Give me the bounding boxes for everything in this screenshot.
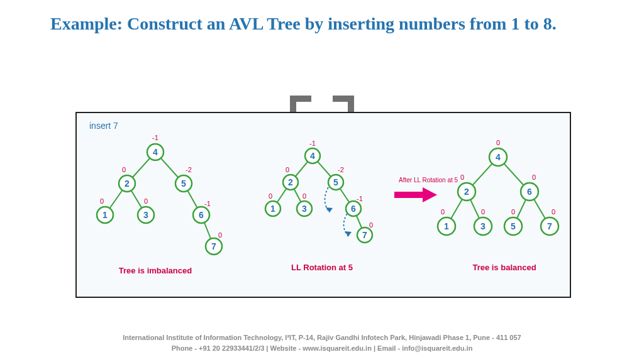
svg-text:2: 2	[288, 177, 293, 187]
svg-text:5: 5	[511, 221, 516, 231]
svg-text:2: 2	[125, 178, 130, 189]
svg-text:-2: -2	[186, 166, 192, 173]
footer-line-2: Phone - +91 20 22933441/2/3 | Website - …	[0, 343, 644, 354]
svg-text:0: 0	[369, 221, 373, 229]
svg-text:6: 6	[199, 210, 204, 220]
svg-text:0: 0	[532, 173, 536, 181]
svg-text:0: 0	[441, 208, 445, 216]
footer: International Institute of Information T…	[0, 332, 644, 353]
svg-text:6: 6	[527, 187, 532, 197]
tree-imbalanced: 4-1 20 5-2 10 30 6-1 70 Tree is imbalanc…	[83, 132, 240, 292]
svg-text:3: 3	[480, 221, 486, 231]
svg-text:5: 5	[333, 177, 338, 187]
svg-text:0: 0	[552, 208, 555, 216]
svg-text:3: 3	[143, 210, 148, 220]
svg-text:-2: -2	[338, 166, 344, 173]
svg-text:0: 0	[144, 197, 148, 205]
svg-text:4: 4	[153, 147, 158, 157]
svg-text:0: 0	[481, 208, 485, 216]
svg-text:0: 0	[303, 192, 306, 200]
tree-balanced: 40 20 60 10 30 50 70 Tree is balanced	[429, 138, 570, 292]
svg-text:0: 0	[511, 208, 515, 216]
svg-text:4: 4	[310, 151, 315, 161]
tree1-caption: Tree is imbalanced	[119, 266, 192, 275]
slide-title: Example: Construct an AVL Tree by insert…	[50, 13, 606, 35]
svg-text:6: 6	[351, 204, 356, 214]
svg-text:0: 0	[269, 192, 272, 200]
svg-marker-33	[326, 207, 333, 212]
svg-text:-1: -1	[152, 134, 158, 141]
svg-text:1: 1	[270, 204, 275, 214]
footer-line-1: International Institute of Information T…	[0, 332, 644, 343]
tree3-caption: Tree is balanced	[472, 263, 536, 272]
insert-label: insert 7	[89, 121, 118, 131]
svg-text:0: 0	[100, 197, 104, 205]
svg-text:0: 0	[496, 139, 500, 146]
svg-marker-34	[345, 231, 352, 236]
svg-text:-1: -1	[204, 200, 211, 207]
svg-text:2: 2	[464, 187, 469, 197]
svg-text:5: 5	[181, 178, 186, 189]
svg-text:0: 0	[286, 166, 289, 173]
svg-text:0: 0	[122, 166, 126, 173]
tree2-caption: LL Rotation at 5	[291, 263, 353, 272]
svg-text:0: 0	[460, 173, 464, 181]
svg-text:1: 1	[444, 221, 449, 231]
svg-text:7: 7	[362, 230, 367, 240]
svg-text:-1: -1	[357, 195, 363, 202]
svg-text:4: 4	[496, 152, 501, 162]
svg-text:0: 0	[218, 231, 222, 239]
tree-rotation: 4-1 20 5-2 10 30 6-1 70 LL Rotation at 5	[253, 138, 397, 292]
svg-text:-1: -1	[309, 140, 316, 147]
svg-text:7: 7	[547, 221, 552, 231]
svg-text:1: 1	[103, 210, 108, 220]
diagram-panel: insert 7 4-1 20 5-2 10 30 6-1 70 Tree is…	[75, 112, 571, 298]
svg-text:7: 7	[211, 241, 216, 251]
svg-text:3: 3	[302, 204, 307, 214]
